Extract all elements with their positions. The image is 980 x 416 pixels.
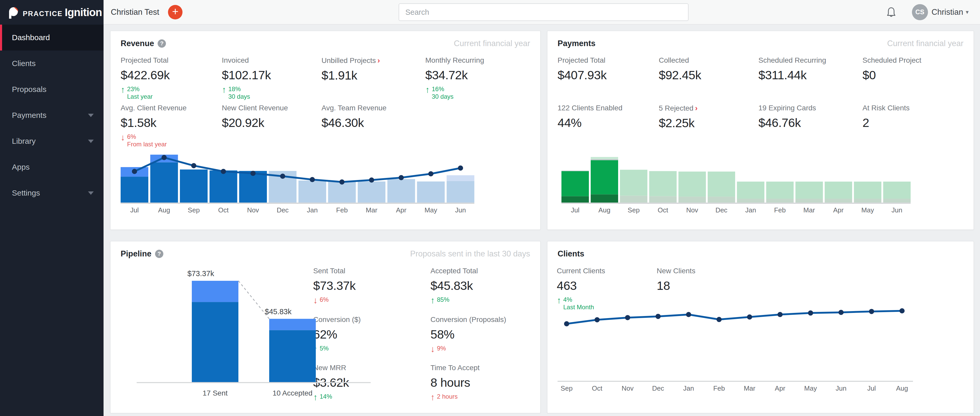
trend-point-Sep[interactable] [191, 163, 196, 168]
metric-label: 122 Clients Enabled [558, 104, 657, 112]
bar-collected_base-Aug[interactable] [591, 194, 618, 202]
trend-point-Dec[interactable] [280, 174, 285, 179]
bar-scheduled-Nov[interactable] [678, 172, 706, 197]
trend-point-Aug[interactable] [162, 155, 167, 160]
trend-point-May[interactable] [428, 171, 434, 176]
add-button[interactable]: + [168, 5, 183, 19]
metric-invoiced: Invoiced$102.17k↑18%30 days [222, 56, 321, 100]
bar-scheduled_base-Dec[interactable] [708, 197, 735, 202]
sidebar-item-apps[interactable]: Apps [0, 154, 103, 180]
bar-scheduled_base-Apr[interactable] [825, 199, 852, 202]
sidebar-item-library[interactable]: Library [0, 128, 103, 154]
bar-scheduled_base-Sep[interactable] [620, 196, 648, 202]
bar-projected-Jun[interactable] [447, 181, 474, 202]
bar-scheduled-Oct[interactable] [649, 171, 677, 196]
bar-scheduled-May[interactable] [854, 182, 881, 199]
clients-point-Mar[interactable] [747, 314, 752, 320]
pipeline-bar-17-sent[interactable] [192, 302, 239, 382]
clients-point-May[interactable] [808, 310, 813, 316]
bar-scheduled-Jun[interactable] [883, 182, 911, 199]
bar-scheduled-Mar[interactable] [795, 182, 823, 199]
search-input[interactable] [399, 3, 689, 21]
clients-point-Oct[interactable] [595, 317, 600, 322]
bar-scheduled_base-Oct[interactable] [649, 196, 677, 202]
bar-scheduled-Sep[interactable] [620, 170, 648, 196]
bar-scheduled-Apr[interactable] [825, 182, 852, 199]
metric-change-text: 23%Last year [127, 85, 153, 100]
bar-invoiced-Jul[interactable] [121, 177, 148, 202]
metric-label[interactable]: Unbilled Projects› [321, 56, 421, 65]
trend-point-Jan[interactable] [310, 177, 315, 182]
sidebar-item-dashboard[interactable]: Dashboard [0, 25, 103, 51]
bar-scheduled_base-Jan[interactable] [737, 199, 764, 202]
pipeline-bar-top-17-sent[interactable] [192, 281, 239, 302]
pipeline-bar-top-10-accepted[interactable] [269, 319, 316, 330]
clients-point-Jul[interactable] [869, 309, 874, 314]
account-name[interactable]: Christian Test [111, 8, 159, 17]
trend-point-Oct[interactable] [221, 169, 226, 174]
bar-projected-Apr[interactable] [388, 179, 415, 202]
pipeline-bar-10-accepted[interactable] [269, 330, 316, 382]
trend-point-Apr[interactable] [399, 175, 404, 180]
metric-label[interactable]: 5 Rejected› [659, 104, 758, 113]
clients-point-Dec[interactable] [655, 314, 660, 319]
bar-scheduled-Feb[interactable] [766, 182, 794, 199]
metric-label: Avg. Client Revenue [121, 104, 220, 112]
trend-point-Jun[interactable] [458, 166, 463, 171]
logo[interactable]: PRACTICE Ignition [0, 0, 103, 25]
avatar[interactable]: CS [912, 4, 928, 20]
user-menu-name[interactable]: Christian [932, 8, 963, 17]
bar-divider-Aug[interactable] [591, 159, 618, 160]
bar-scheduled_base-May[interactable] [854, 199, 881, 202]
bar-scheduled_base-Feb[interactable] [766, 199, 794, 202]
trend-point-Jul[interactable] [132, 169, 137, 174]
bar-projected-Jan[interactable] [299, 180, 326, 202]
clients-point-Feb[interactable] [716, 317, 722, 322]
pipeline-bar-label-10-accepted: 10 Accepted [272, 389, 312, 397]
clients-point-Apr[interactable] [778, 312, 783, 317]
bar-projected-Feb[interactable] [328, 182, 356, 202]
bar-scheduled_new-Aug[interactable] [591, 157, 618, 159]
payments-chart[interactable]: JulAugSepOctNovDecJanFebMarAprMayJun [558, 148, 972, 226]
user-menu-caret-icon[interactable]: ▾ [966, 9, 969, 16]
clients-point-Nov[interactable] [625, 315, 630, 320]
pipeline-bar-value-10-accepted: $45.83k [265, 308, 292, 316]
sidebar-item-label: Clients [12, 59, 36, 68]
bar-projected-May[interactable] [417, 182, 445, 202]
bar-collected-Aug[interactable] [591, 160, 618, 194]
sidebar-item-label: Dashboard [12, 33, 50, 42]
bar-invoiced-Aug[interactable] [150, 163, 178, 202]
sidebar-item-proposals[interactable]: Proposals [0, 77, 103, 102]
clients-line-chart[interactable]: SepOctNovDecJanFebMarAprMayJunJulAug [558, 293, 969, 397]
revenue-help-icon[interactable]: ? [158, 39, 166, 48]
clients-point-Aug[interactable] [899, 308, 905, 313]
bar-scheduled_base-Jun[interactable] [883, 199, 911, 202]
trend-point-Nov[interactable] [251, 171, 256, 176]
axis-label-Jun: Jun [891, 206, 902, 214]
clients-point-Sep[interactable] [564, 321, 569, 327]
sidebar-item-payments[interactable]: Payments [0, 102, 103, 128]
clients-point-Jun[interactable] [838, 310, 843, 315]
clients-point-Jan[interactable] [686, 312, 691, 317]
bar-projected_new-Jun[interactable] [447, 175, 474, 181]
metric-accepted-total: Accepted Total$45.83k↑85% [431, 266, 530, 304]
bar-collected-Jul[interactable] [562, 171, 589, 196]
bar-invoiced-Oct[interactable] [210, 171, 237, 202]
revenue-chart[interactable]: JulAugSepOctNovDecJanFebMarAprMayJun [121, 148, 532, 226]
sidebar-item-clients[interactable]: Clients [0, 51, 103, 77]
bar-scheduled-Dec[interactable] [708, 172, 735, 197]
bar-scheduled_base-Mar[interactable] [795, 199, 823, 202]
bar-collected_base-Jul[interactable] [562, 196, 589, 202]
pipeline-funnel-chart[interactable]: $73.37k17 Sent$45.83k10 Accepted [111, 241, 395, 407]
trend-point-Mar[interactable] [369, 177, 374, 183]
metric-change-indicator: ↓9% [431, 344, 530, 353]
notifications-bell-icon[interactable] [885, 6, 897, 18]
bar-projected-Mar[interactable] [358, 182, 385, 202]
bar-scheduled-Jan[interactable] [737, 182, 764, 199]
bar-scheduled_base-Nov[interactable] [678, 197, 706, 202]
bar-invoiced-Sep[interactable] [180, 169, 208, 202]
sidebar-item-settings[interactable]: Settings [0, 180, 103, 206]
axis-label-Dec: Dec [716, 206, 727, 214]
trend-point-Feb[interactable] [339, 179, 345, 185]
bar-divider-Jul[interactable] [562, 171, 589, 171]
